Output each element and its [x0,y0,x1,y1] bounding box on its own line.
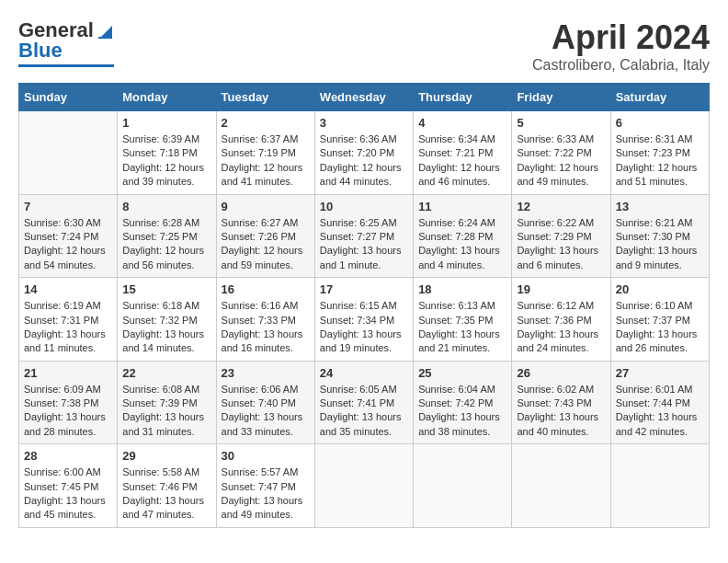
day-info: Sunrise: 6:39 AMSunset: 7:18 PMDaylight:… [122,132,210,190]
day-header-saturday: Saturday [610,84,709,111]
calendar-cell: 27Sunrise: 6:01 AMSunset: 7:44 PMDayligh… [610,361,709,444]
day-info: Sunrise: 6:36 AMSunset: 7:20 PMDaylight:… [320,132,408,190]
title-block: April 2024 Castrolibero, Calabria, Italy [532,18,710,74]
day-number: 1 [122,116,210,130]
day-info: Sunrise: 6:05 AMSunset: 7:41 PMDaylight:… [320,383,408,440]
calendar-cell: 16Sunrise: 6:16 AMSunset: 7:33 PMDayligh… [216,278,314,362]
calendar-week-4: 21Sunrise: 6:09 AMSunset: 7:38 PMDayligh… [19,361,710,444]
calendar-cell: 5Sunrise: 6:33 AMSunset: 7:22 PMDaylight… [512,111,610,195]
calendar-cell: 2Sunrise: 6:37 AMSunset: 7:19 PMDaylight… [216,111,314,195]
day-info: Sunrise: 6:10 AMSunset: 7:37 PMDaylight:… [616,299,704,356]
calendar-cell: 23Sunrise: 6:06 AMSunset: 7:40 PMDayligh… [216,361,314,444]
calendar-cell: 1Sunrise: 6:39 AMSunset: 7:18 PMDaylight… [118,111,216,195]
day-number: 24 [320,366,408,380]
calendar-cell: 14Sunrise: 6:19 AMSunset: 7:31 PMDayligh… [19,278,118,362]
day-info: Sunrise: 6:33 AMSunset: 7:22 PMDaylight:… [517,132,605,190]
calendar-cell: 24Sunrise: 6:05 AMSunset: 7:41 PMDayligh… [314,361,413,444]
page-title: April 2024 [532,18,710,57]
day-info: Sunrise: 6:22 AMSunset: 7:29 PMDaylight:… [517,216,605,273]
day-info: Sunrise: 6:27 AMSunset: 7:26 PMDaylight:… [222,216,310,273]
day-number: 17 [320,282,408,296]
calendar-cell: 22Sunrise: 6:08 AMSunset: 7:39 PMDayligh… [118,361,216,444]
day-info: Sunrise: 6:28 AMSunset: 7:25 PMDaylight:… [122,216,210,273]
day-number: 27 [616,366,704,380]
day-number: 7 [24,200,112,213]
calendar-cell: 19Sunrise: 6:12 AMSunset: 7:36 PMDayligh… [512,278,610,362]
day-info: Sunrise: 6:15 AMSunset: 7:34 PMDaylight:… [320,299,408,356]
calendar-cell: 26Sunrise: 6:02 AMSunset: 7:43 PMDayligh… [512,361,610,444]
day-number: 9 [222,200,310,213]
day-number: 12 [517,200,605,213]
day-info: Sunrise: 6:12 AMSunset: 7:36 PMDaylight:… [517,299,605,356]
calendar-cell: 30Sunrise: 5:57 AMSunset: 7:47 PMDayligh… [216,444,314,528]
day-header-tuesday: Tuesday [216,84,314,111]
calendar-cell [314,444,413,528]
day-number: 21 [24,366,112,380]
day-info: Sunrise: 6:16 AMSunset: 7:33 PMDaylight:… [222,299,310,356]
day-number: 20 [616,282,704,296]
day-header-sunday: Sunday [19,84,118,111]
day-header-wednesday: Wednesday [314,84,413,111]
calendar-cell [414,444,512,528]
day-number: 3 [320,116,408,130]
day-number: 5 [517,116,605,130]
day-info: Sunrise: 6:24 AMSunset: 7:28 PMDaylight:… [418,216,506,273]
day-number: 16 [222,282,310,296]
day-number: 4 [418,116,506,130]
calendar-cell: 9Sunrise: 6:27 AMSunset: 7:26 PMDaylight… [216,194,314,278]
day-number: 18 [418,282,506,296]
day-info: Sunrise: 6:06 AMSunset: 7:40 PMDaylight:… [222,383,310,440]
day-info: Sunrise: 6:02 AMSunset: 7:43 PMDaylight:… [517,383,605,440]
calendar-cell: 15Sunrise: 6:18 AMSunset: 7:32 PMDayligh… [118,278,216,362]
day-number: 23 [222,366,310,380]
day-number: 6 [616,116,704,130]
logo: General Blue [18,18,114,67]
day-info: Sunrise: 6:13 AMSunset: 7:35 PMDaylight:… [418,299,506,356]
calendar-cell [19,111,118,195]
calendar-cell [512,444,610,528]
calendar-cell: 21Sunrise: 6:09 AMSunset: 7:38 PMDayligh… [19,361,118,444]
day-number: 26 [517,366,605,380]
calendar-cell: 11Sunrise: 6:24 AMSunset: 7:28 PMDayligh… [414,194,512,278]
day-number: 11 [418,200,506,213]
calendar-cell: 17Sunrise: 6:15 AMSunset: 7:34 PMDayligh… [314,278,413,362]
svg-marker-0 [100,26,112,38]
day-info: Sunrise: 6:21 AMSunset: 7:30 PMDaylight:… [616,216,704,273]
calendar-cell: 12Sunrise: 6:22 AMSunset: 7:29 PMDayligh… [512,194,610,278]
calendar-cell: 28Sunrise: 6:00 AMSunset: 7:45 PMDayligh… [19,444,118,528]
day-number: 28 [24,449,112,463]
day-info: Sunrise: 6:31 AMSunset: 7:23 PMDaylight:… [616,132,704,190]
day-info: Sunrise: 6:00 AMSunset: 7:45 PMDaylight:… [24,465,112,523]
calendar-cell: 10Sunrise: 6:25 AMSunset: 7:27 PMDayligh… [314,194,413,278]
calendar-cell: 3Sunrise: 6:36 AMSunset: 7:20 PMDaylight… [314,111,413,195]
calendar-week-1: 1Sunrise: 6:39 AMSunset: 7:18 PMDaylight… [19,111,710,195]
day-info: Sunrise: 5:57 AMSunset: 7:47 PMDaylight:… [222,465,310,523]
day-number: 2 [222,116,310,130]
day-number: 30 [222,449,310,463]
day-number: 19 [517,282,605,296]
day-info: Sunrise: 6:30 AMSunset: 7:24 PMDaylight:… [24,216,112,273]
calendar-week-2: 7Sunrise: 6:30 AMSunset: 7:24 PMDaylight… [19,194,710,278]
day-number: 22 [122,366,210,380]
day-info: Sunrise: 6:19 AMSunset: 7:31 PMDaylight:… [24,299,112,356]
day-number: 8 [122,200,210,213]
day-info: Sunrise: 6:37 AMSunset: 7:19 PMDaylight:… [222,132,310,190]
logo-blue: Blue [18,39,63,63]
day-header-monday: Monday [118,84,216,111]
calendar-cell: 7Sunrise: 6:30 AMSunset: 7:24 PMDaylight… [19,194,118,278]
day-number: 13 [616,200,704,213]
calendar-cell [610,444,709,528]
day-number: 25 [418,366,506,380]
calendar-cell: 8Sunrise: 6:28 AMSunset: 7:25 PMDaylight… [118,194,216,278]
calendar-cell: 18Sunrise: 6:13 AMSunset: 7:35 PMDayligh… [414,278,512,362]
calendar-cell: 20Sunrise: 6:10 AMSunset: 7:37 PMDayligh… [610,278,709,362]
calendar-cell: 13Sunrise: 6:21 AMSunset: 7:30 PMDayligh… [610,194,709,278]
calendar-cell: 29Sunrise: 5:58 AMSunset: 7:46 PMDayligh… [118,444,216,528]
day-info: Sunrise: 6:25 AMSunset: 7:27 PMDaylight:… [320,216,408,273]
day-number: 14 [24,282,112,296]
day-info: Sunrise: 6:09 AMSunset: 7:38 PMDaylight:… [24,383,112,440]
day-info: Sunrise: 6:04 AMSunset: 7:42 PMDaylight:… [418,383,506,440]
day-info: Sunrise: 6:01 AMSunset: 7:44 PMDaylight:… [616,383,704,440]
day-number: 15 [122,282,210,296]
day-info: Sunrise: 5:58 AMSunset: 7:46 PMDaylight:… [122,465,210,523]
